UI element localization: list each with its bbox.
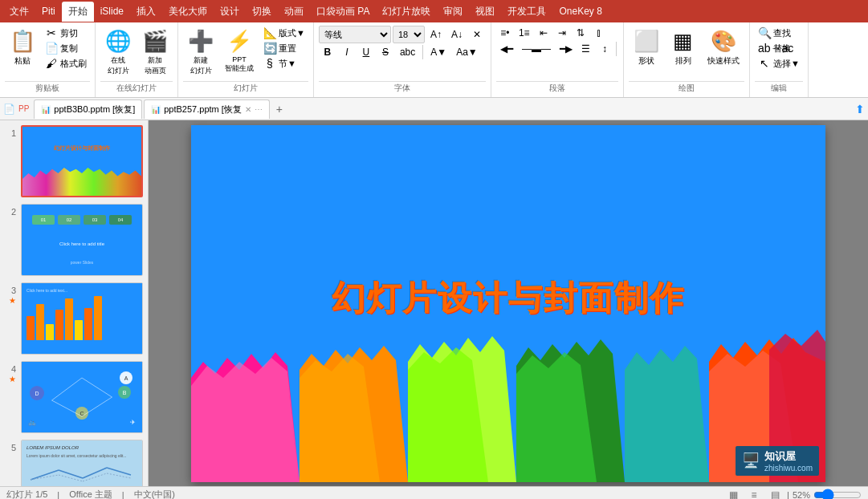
menu-insert[interactable]: 插入: [130, 2, 162, 22]
menu-review[interactable]: 审阅: [437, 2, 469, 22]
underline-button[interactable]: U: [357, 45, 375, 59]
slidesorter-view-button[interactable]: ▤: [766, 488, 784, 500]
slide-preview-5[interactable]: LOREM IPSUM DOLOR Lorem ipsum dolor sit …: [21, 440, 143, 486]
section-button[interactable]: § 节▼: [260, 56, 308, 71]
outline-view-button[interactable]: ≡: [745, 488, 763, 500]
menu-transition[interactable]: 切换: [246, 2, 278, 22]
view-controls: ▦ ≡ ▤ | 52%: [724, 488, 862, 500]
menu-animation[interactable]: 动画: [278, 2, 310, 22]
menu-onekey[interactable]: OneKey 8: [552, 2, 608, 20]
tab-pptB257-close[interactable]: ✕: [245, 105, 251, 114]
menu-view[interactable]: 视图: [469, 2, 501, 22]
slide4-bg: A D B C 🚲 ✈: [22, 362, 142, 432]
align-center-button[interactable]: —▬—: [518, 42, 555, 56]
normal-view-button[interactable]: ▦: [724, 488, 742, 500]
online-slides-label: 在线幻灯片: [108, 55, 129, 76]
char-spacing-button[interactable]: Aa▼: [452, 45, 482, 59]
slide5-bg: LOREM IPSUM DOLOR Lorem ipsum dolor sit …: [22, 440, 142, 486]
slide-preview-1[interactable]: 幻灯片设计与封面制作: [21, 125, 143, 197]
slide-thumb-3[interactable]: 3 ★ Click here to add text...: [5, 282, 143, 355]
align-right-button[interactable]: ━▶: [556, 42, 577, 56]
list-bullet-button[interactable]: ≡•: [496, 26, 514, 40]
find-button[interactable]: 🔍 查找: [755, 26, 803, 40]
menu-beautify[interactable]: 美化大师: [162, 2, 214, 22]
slide-thumb-1[interactable]: 1 幻灯片设计与封面制作: [5, 125, 143, 197]
tab-pptB257[interactable]: 📊 pptB257.pptm [恢复 ✕ ⋯: [144, 99, 270, 119]
online-slides-label: 在线幻灯片: [100, 81, 173, 94]
quick-style-button[interactable]: 🎨 快速样式: [703, 26, 744, 70]
copy-button[interactable]: 📄 复制: [42, 41, 90, 55]
indent-increase-button[interactable]: ⇥: [553, 26, 571, 40]
zoom-slider[interactable]: [813, 489, 862, 500]
menu-pocketanim[interactable]: 口袋动画 PA: [310, 2, 376, 22]
tab-pptB257-menu[interactable]: ⋯: [255, 105, 263, 114]
slide-thumb-5[interactable]: 5 LOREM IPSUM DOLOR Lorem ipsum dolor si…: [5, 440, 143, 486]
clear-format-button[interactable]: ✕: [468, 27, 486, 42]
menu-devtools[interactable]: 开发工具: [501, 2, 552, 22]
slide2-subtext: power Slides: [26, 260, 137, 265]
slide4-icon-bike: 🚲: [28, 419, 36, 426]
new-slide-icon: ➕: [188, 29, 214, 54]
watermark-label: 知识屋: [764, 449, 813, 464]
slide-preview-2[interactable]: 01 02 03 04 Click here to add title powe…: [21, 204, 143, 276]
font-family-select[interactable]: 等线: [319, 26, 391, 43]
arrange-button[interactable]: ▦ 排列: [666, 26, 701, 70]
format-painter-button[interactable]: 🖌 格式刷: [42, 56, 90, 71]
arrange-icon: ▦: [673, 29, 693, 54]
watermark-icon: 🖥️: [742, 452, 760, 469]
svg-line-5: [59, 470, 83, 478]
font-row1: 等线 18 A↑ A↓ ✕: [319, 26, 486, 43]
online-slides-icon: 🌐: [105, 29, 131, 54]
cut-button[interactable]: ✂ 剪切: [42, 26, 90, 40]
replace-button[interactable]: ab→ac 替换: [755, 41, 803, 55]
new-tab-button[interactable]: +: [271, 100, 287, 118]
slide-preview-4[interactable]: A D B C 🚲 ✈: [21, 361, 143, 433]
paste-button[interactable]: 📋 粘贴: [5, 26, 40, 70]
select-button[interactable]: ↖ 选择▼: [755, 56, 803, 71]
list-number-button[interactable]: 1≡: [515, 26, 534, 40]
text-direction-button[interactable]: ⇅: [572, 26, 589, 40]
slide3-bg: Click here to add text...: [22, 283, 142, 354]
font-color-button[interactable]: A▼: [426, 45, 450, 59]
menu-islide[interactable]: iSlide: [94, 2, 130, 20]
columns-button[interactable]: ⫿: [590, 26, 608, 40]
italic-button[interactable]: I: [338, 45, 356, 59]
reset-button[interactable]: 🔄 重置: [260, 41, 308, 55]
slides-group-label: 幻灯片: [183, 81, 308, 94]
font-size-select[interactable]: 18: [393, 26, 425, 43]
strikethrough-button[interactable]: S: [377, 45, 394, 59]
slide-preview-3[interactable]: Click here to add text...: [21, 282, 143, 355]
menu-design[interactable]: 设计: [214, 2, 246, 22]
slide-thumb-4[interactable]: 4 ★ A D B C 🚲 ✈: [5, 361, 143, 433]
collapse-button[interactable]: ⬆: [855, 103, 865, 116]
add-animation-button[interactable]: 🎬 新加动画页: [137, 26, 173, 79]
shadow-button[interactable]: abc: [396, 45, 419, 59]
edit-buttons: 🔍 查找 ab→ac 替换 ↖ 选择▼: [755, 26, 803, 71]
font-top: 等线 18 A↑ A↓ ✕ B I U S abc A▼: [319, 26, 486, 79]
menu-slideshow[interactable]: 幻灯片放映: [376, 2, 437, 22]
zoom-sep: |: [787, 490, 789, 500]
font-decrease-button[interactable]: A↓: [447, 27, 467, 42]
add-animation-label: 新加动画页: [145, 55, 166, 76]
tab-pptB3B0[interactable]: 📊 pptB3B0.pptm [恢复]: [34, 99, 142, 119]
online-slides-button[interactable]: 🌐 在线幻灯片: [100, 26, 136, 79]
indent-decrease-button[interactable]: ⇤: [535, 26, 552, 40]
menu-file[interactable]: 文件: [3, 2, 35, 22]
ppt-ai-label: PPT智能生成: [225, 55, 254, 74]
ppt-ai-button[interactable]: ⚡ PPT智能生成: [220, 26, 259, 77]
shape-button[interactable]: ⬜ 形状: [629, 26, 664, 70]
new-slide-button[interactable]: ➕ 新建幻灯片: [183, 26, 218, 79]
tab-pptB257-icon: 📊: [151, 105, 161, 114]
bold-button[interactable]: B: [319, 45, 336, 59]
section-label: 节▼: [279, 58, 296, 70]
slide1-title: 幻灯片设计与封面制作: [29, 141, 135, 156]
justify-button[interactable]: ☰: [577, 42, 595, 56]
format-painter-label: 格式刷: [60, 58, 87, 70]
align-left-button[interactable]: ◀━: [496, 42, 517, 56]
slide-thumb-2[interactable]: 2 01 02 03 04 Click here to add title po…: [5, 204, 143, 276]
layout-button[interactable]: 📐 版式▼: [260, 26, 308, 40]
font-increase-button[interactable]: A↑: [426, 27, 446, 42]
menu-home[interactable]: 开始: [62, 2, 94, 22]
line-spacing-button[interactable]: ↕: [596, 42, 613, 56]
menu-piti[interactable]: Piti: [35, 2, 62, 20]
